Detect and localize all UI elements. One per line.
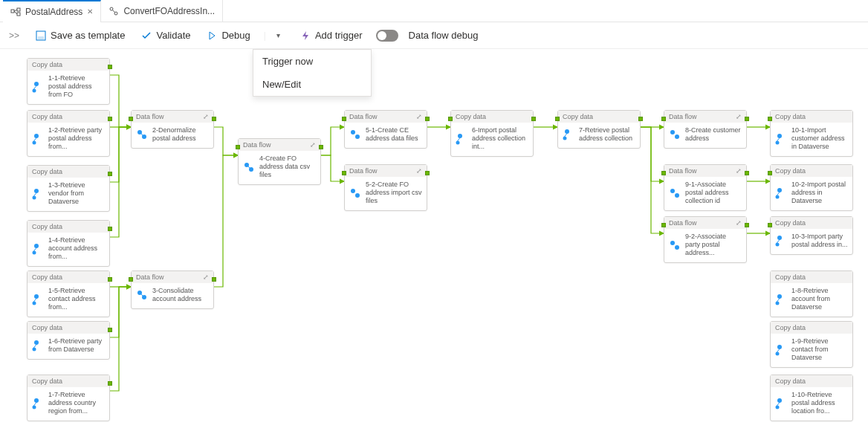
svg-point-46 bbox=[776, 243, 780, 247]
expand-icon[interactable]: ⤢ bbox=[416, 113, 422, 120]
activity-1-7[interactable]: Copy data 1-7-Retrieve address country r… bbox=[27, 374, 110, 421]
expand-icon[interactable]: ⤢ bbox=[736, 113, 742, 120]
svg-point-9 bbox=[34, 134, 39, 138]
dataflow-icon bbox=[669, 187, 681, 199]
activity-10-1[interactable]: Copy data 10-1-Import customer address i… bbox=[770, 110, 853, 157]
expand-button[interactable]: >> bbox=[6, 27, 22, 44]
svg-point-20 bbox=[33, 405, 36, 409]
copydata-icon bbox=[32, 133, 44, 145]
expand-icon[interactable]: ⤢ bbox=[310, 141, 316, 149]
activity-3[interactable]: Data flow⤢ 3-Consolidate account address bbox=[131, 270, 214, 309]
expand-icon[interactable]: ⤢ bbox=[416, 167, 422, 175]
save-template-button[interactable]: Save as template bbox=[33, 27, 128, 44]
pipeline-icon bbox=[10, 7, 21, 17]
activity-9-1[interactable]: Data flow⤢ 9-1-Associate postal address … bbox=[664, 164, 747, 211]
svg-rect-6 bbox=[38, 36, 44, 39]
bolt-icon bbox=[300, 30, 311, 41]
svg-point-13 bbox=[34, 244, 39, 248]
svg-point-50 bbox=[776, 351, 780, 355]
copydata-icon bbox=[775, 294, 787, 305]
activity-1-1[interactable]: Copy data 1-1-Retrieve postal address fr… bbox=[27, 58, 110, 105]
activity-1-4[interactable]: Copy data 1-4-Retrieve account address f… bbox=[27, 220, 110, 267]
activity-6[interactable]: Copy data 6-Import postal address collec… bbox=[450, 110, 534, 157]
copydata-icon bbox=[775, 235, 787, 247]
svg-point-27 bbox=[351, 130, 355, 134]
validate-button[interactable]: Validate bbox=[138, 27, 193, 44]
svg-point-8 bbox=[33, 88, 36, 92]
add-trigger-button[interactable]: Add trigger bbox=[297, 27, 366, 44]
copydata-icon bbox=[456, 133, 467, 145]
activity-1-6[interactable]: Copy data 1-6-Retrieve party from Datave… bbox=[27, 321, 110, 360]
svg-point-29 bbox=[351, 189, 355, 193]
svg-rect-2 bbox=[17, 13, 20, 16]
dataflow-icon bbox=[136, 129, 148, 140]
close-icon[interactable]: ✕ bbox=[87, 7, 93, 16]
dataflow-icon bbox=[349, 129, 361, 140]
svg-point-30 bbox=[355, 193, 360, 198]
activity-2[interactable]: Data flow⤢ 2-Denormalize postal address bbox=[131, 110, 214, 149]
dataflow-icon bbox=[349, 187, 361, 199]
dataflow-icon bbox=[243, 161, 255, 173]
tab-postaladdress[interactable]: PostalAddress ✕ bbox=[3, 0, 101, 22]
activity-4[interactable]: Data flow⤢ 4-Create FO address data csv … bbox=[238, 138, 321, 185]
tab-label: ConvertFOAddressIn... bbox=[123, 6, 215, 16]
debug-button[interactable]: Debug bbox=[204, 27, 253, 44]
dataflow-tab-icon bbox=[108, 6, 119, 16]
activity-10-2[interactable]: Copy data 10-2-Import postal address in … bbox=[770, 164, 853, 211]
svg-rect-0 bbox=[11, 10, 14, 13]
activity-1-5[interactable]: Copy data 1-5-Retrieve contact address f… bbox=[27, 270, 110, 317]
tab-convert[interactable]: ConvertFOAddressIn... bbox=[101, 0, 223, 22]
copydata-icon bbox=[775, 187, 787, 199]
activity-5-1[interactable]: Data flow⤢ 5-1-Create CE address data fi… bbox=[344, 110, 427, 149]
svg-point-12 bbox=[33, 195, 36, 199]
svg-point-10 bbox=[33, 140, 36, 144]
svg-point-11 bbox=[34, 189, 39, 193]
svg-point-42 bbox=[776, 140, 780, 144]
activity-1-10[interactable]: Copy data 1-10-Retrieve postal address l… bbox=[770, 374, 853, 421]
activity-1-9[interactable]: Copy data 1-9-Retrieve contact from Data… bbox=[770, 321, 853, 368]
activity-1-3[interactable]: Copy data 1-3-Retrieve vendor from Datav… bbox=[27, 165, 110, 212]
expand-icon[interactable]: ⤢ bbox=[203, 273, 209, 281]
copydata-icon bbox=[775, 398, 787, 409]
dataflow-debug-label: Data flow debug bbox=[409, 30, 479, 41]
activity-1-2[interactable]: Copy data 1-2-Retrieve party postal addr… bbox=[27, 110, 110, 157]
copydata-icon bbox=[32, 340, 44, 351]
dataflow-debug-toggle[interactable] bbox=[376, 30, 398, 42]
chevron-down-icon[interactable]: ▾ bbox=[276, 31, 287, 39]
svg-point-17 bbox=[34, 340, 39, 345]
svg-point-39 bbox=[670, 241, 675, 245]
play-icon bbox=[207, 30, 217, 41]
dataflow-icon bbox=[669, 129, 681, 140]
copydata-icon bbox=[775, 133, 787, 145]
activity-10-3[interactable]: Copy data 10-3-Import party postal addre… bbox=[770, 216, 853, 255]
svg-point-7 bbox=[34, 82, 39, 86]
svg-point-37 bbox=[670, 189, 675, 193]
svg-point-28 bbox=[355, 134, 360, 139]
activity-7[interactable]: Copy data 7-Retrieve postal address coll… bbox=[557, 110, 641, 149]
svg-point-38 bbox=[675, 193, 679, 198]
new-edit-item[interactable]: New/Edit bbox=[253, 73, 371, 96]
check-icon bbox=[141, 30, 152, 41]
activity-9-2[interactable]: Data flow⤢ 9-2-Associate party postal ad… bbox=[664, 216, 747, 263]
svg-point-15 bbox=[34, 294, 39, 299]
expand-icon[interactable]: ⤢ bbox=[736, 167, 742, 175]
expand-icon[interactable]: ⤢ bbox=[203, 113, 209, 120]
svg-point-34 bbox=[563, 137, 567, 140]
svg-point-44 bbox=[776, 195, 780, 198]
svg-point-35 bbox=[670, 130, 675, 134]
copydata-icon bbox=[32, 294, 44, 305]
activity-5-2[interactable]: Data flow⤢ 5-2-Create FO address import … bbox=[344, 164, 427, 211]
svg-point-32 bbox=[456, 140, 460, 144]
activity-1-8[interactable]: Copy data 1-8-Retrieve account from Data… bbox=[770, 270, 853, 317]
svg-rect-1 bbox=[17, 8, 20, 11]
copydata-icon bbox=[563, 129, 574, 140]
trigger-now-item[interactable]: Trigger now bbox=[253, 50, 371, 73]
svg-point-14 bbox=[33, 250, 36, 254]
dataflow-icon bbox=[136, 289, 148, 301]
copydata-icon bbox=[775, 344, 787, 356]
copydata-icon bbox=[32, 243, 44, 255]
copydata-icon bbox=[32, 188, 44, 200]
trigger-dropdown: Trigger now New/Edit bbox=[253, 49, 372, 97]
activity-8[interactable]: Data flow⤢ 8-Create customer address bbox=[664, 110, 747, 149]
expand-icon[interactable]: ⤢ bbox=[736, 219, 742, 227]
